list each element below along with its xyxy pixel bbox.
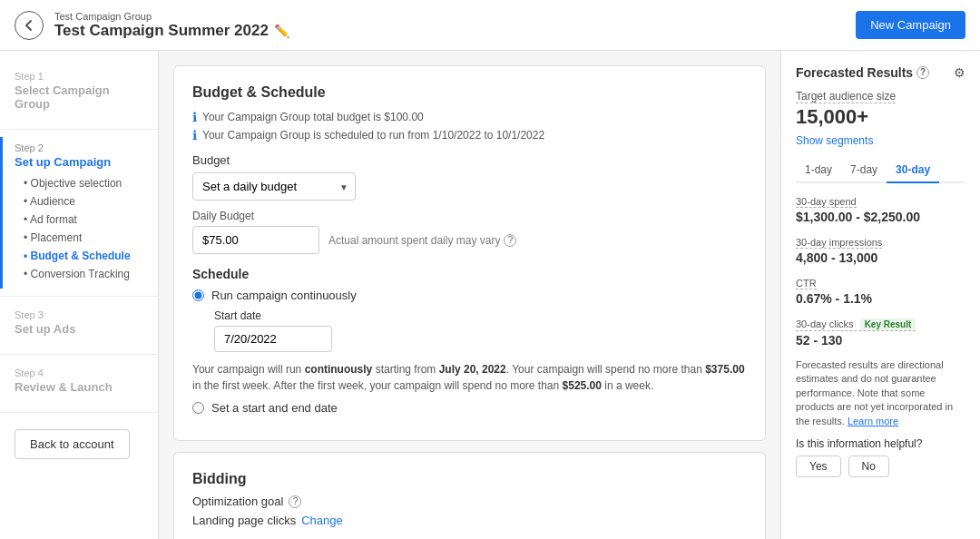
landing-page-row: Landing page clicks Change (192, 514, 747, 527)
optimization-help-icon[interactable]: ? (289, 495, 301, 508)
forecast-impressions-value: 4,800 - 13,000 (796, 250, 965, 265)
edit-icon[interactable]: ✏️ (274, 24, 289, 38)
forecast-impressions-label: 30-day impressions (796, 237, 882, 249)
target-audience-label: Target audience size (796, 90, 896, 103)
forecast-spend-row: 30-day spend $1,300.00 - $2,250.00 (796, 194, 965, 224)
forecast-ctr-label: CTR (796, 278, 817, 289)
set-start-end-row: Set a start and end date (192, 401, 747, 415)
sidebar-step1: Step 1 Select Campaign Group (0, 65, 158, 122)
budget-select-wrapper: Set a daily budget ▼ (192, 172, 356, 201)
run-continuously-radio-group: Run campaign continuously Start date (192, 289, 747, 352)
forecast-impressions-row: 30-day impressions 4,800 - 13,000 (796, 235, 965, 265)
helpful-label: Is this information helpful? (796, 437, 965, 450)
info-icon-1: ℹ (192, 110, 197, 124)
campaign-name: Test Campaign Summer 2022 ✏️ (54, 22, 856, 40)
tab-1day[interactable]: 1-day (796, 158, 841, 183)
learn-more-link[interactable]: Learn more (848, 416, 898, 426)
gear-icon[interactable]: ⚙ (954, 65, 965, 80)
run-continuously-row: Run campaign continuously (192, 289, 747, 302)
day-tabs: 1-day 7-day 30-day (796, 158, 965, 183)
sidebar-item-adformat[interactable]: Ad format (24, 211, 143, 229)
forecast-note: Forecasted results are directional estim… (796, 358, 965, 428)
daily-budget-label: Daily Budget (192, 210, 747, 222)
sidebar-item-placement[interactable]: Placement (24, 229, 143, 247)
budget-select[interactable]: Set a daily budget (192, 172, 356, 201)
forecast-title: Forecasted Results ? (796, 65, 929, 80)
sidebar: Step 1 Select Campaign Group Step 2 Set … (0, 51, 159, 539)
bidding-card: Bidding Optimization goal ? Landing page… (173, 452, 766, 539)
yes-button[interactable]: Yes (796, 456, 841, 477)
set-start-end-label[interactable]: Set a start and end date (211, 401, 338, 415)
forecast-clicks-label: 30-day clicks Key Result (796, 318, 916, 331)
start-date-label: Start date (214, 309, 747, 322)
tab-7day[interactable]: 7-day (841, 158, 887, 183)
forecast-clicks-value: 52 - 130 (796, 333, 965, 348)
forecast-spend-label: 30-day spend (796, 196, 857, 208)
daily-budget-note: Actual amount spent daily may vary ? (328, 234, 516, 247)
sidebar-step2-items: Objective selection Audience Ad format P… (15, 174, 143, 283)
info-row-1: ℹ Your Campaign Group total budget is $1… (192, 110, 747, 124)
helpful-row: Is this information helpful? Yes No (796, 437, 965, 477)
budget-field-label: Budget (192, 153, 747, 167)
nav-titles: Test Campaign Group Test Campaign Summer… (54, 11, 856, 40)
no-button[interactable]: No (848, 456, 889, 477)
show-segments-link[interactable]: Show segments (796, 134, 965, 147)
sidebar-step4: Step 4 Review & Launch (0, 362, 158, 405)
new-campaign-button[interactable]: New Campaign (856, 11, 965, 39)
back-to-account-button[interactable]: Back to account (15, 429, 130, 459)
helpful-buttons: Yes No (796, 456, 965, 477)
start-date-section: Start date (214, 309, 747, 352)
sidebar-item-audience[interactable]: Audience (24, 192, 143, 211)
optimization-goal-row: Optimization goal ? (192, 495, 747, 508)
sidebar-step2: Step 2 Set up Campaign Objective selecti… (0, 137, 158, 289)
content-area: Budget & Schedule ℹ Your Campaign Group … (159, 51, 780, 539)
budget-schedule-card: Budget & Schedule ℹ Your Campaign Group … (173, 65, 766, 441)
run-continuously-label[interactable]: Run campaign continuously (211, 289, 357, 302)
set-start-end-radio[interactable] (192, 402, 204, 414)
sidebar-item-objective[interactable]: Objective selection (24, 174, 143, 192)
forecast-ctr-value: 0.67% - 1.1% (796, 291, 965, 306)
start-date-input[interactable] (214, 326, 332, 352)
info-icon-2: ℹ (192, 128, 197, 142)
key-result-badge: Key Result (860, 318, 916, 330)
info-row-2: ℹ Your Campaign Group is scheduled to ru… (192, 128, 747, 142)
daily-budget-input[interactable] (192, 226, 319, 254)
campaign-run-info: Your campaign will run continuously star… (192, 361, 747, 394)
forecast-spend-value: $1,300.00 - $2,250.00 (796, 210, 965, 224)
bidding-title: Bidding (192, 471, 747, 487)
target-audience-value: 15,000+ (796, 105, 965, 129)
schedule-title: Schedule (192, 267, 747, 281)
forecast-clicks-row: 30-day clicks Key Result 52 - 130 (796, 317, 965, 348)
forecast-ctr-row: CTR 0.67% - 1.1% (796, 276, 965, 306)
tab-30day[interactable]: 30-day (887, 158, 939, 183)
budget-schedule-title: Budget & Schedule (192, 84, 747, 101)
run-continuously-radio[interactable] (192, 289, 204, 301)
sidebar-item-conversion[interactable]: Conversion Tracking (24, 265, 143, 283)
forecast-header: Forecasted Results ? ⚙ (796, 65, 965, 80)
right-panel: Forecasted Results ? ⚙ Target audience s… (780, 51, 980, 539)
change-link[interactable]: Change (301, 514, 343, 527)
back-button[interactable] (15, 11, 44, 40)
top-nav: Test Campaign Group Test Campaign Summer… (0, 0, 980, 51)
sidebar-item-budget[interactable]: Budget & Schedule (24, 247, 143, 265)
campaign-group-name: Test Campaign Group (54, 11, 856, 22)
main-layout: Step 1 Select Campaign Group Step 2 Set … (0, 51, 980, 539)
forecast-help-icon[interactable]: ? (916, 66, 929, 79)
daily-budget-help-icon[interactable]: ? (504, 234, 516, 247)
sidebar-step3: Step 3 Set up Ads (0, 304, 158, 347)
daily-budget-row: Actual amount spent daily may vary ? (192, 226, 747, 254)
